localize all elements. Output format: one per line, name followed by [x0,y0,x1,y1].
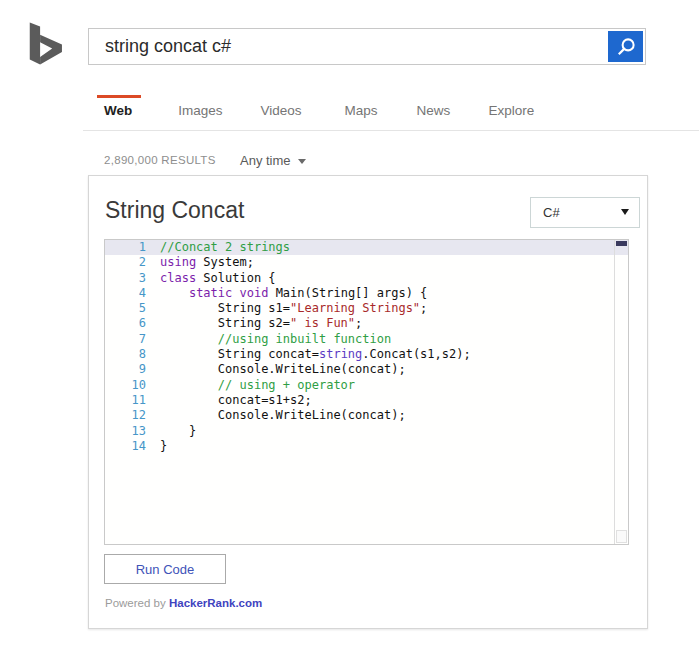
search-icon [615,36,637,58]
line-number: 6 [105,316,146,331]
code-line: 3class Solution { [105,271,628,286]
code-text: using System; [146,255,254,270]
code-text: class Solution { [146,271,276,286]
card-title: String Concat [105,197,244,224]
code-line: 1//Concat 2 strings [105,240,628,255]
code-line: 8 String concat=string.Concat(s1,s2); [105,347,628,362]
code-answer-card: String Concat C# 1//Concat 2 strings2usi… [88,175,648,629]
code-line: 2using System; [105,255,628,270]
tab-maps[interactable]: Maps [345,103,378,118]
line-number: 3 [105,271,146,286]
scrollbar-corner [616,530,627,543]
code-line: 9 Console.WriteLine(concat); [105,362,628,377]
line-number: 7 [105,332,146,347]
line-number: 5 [105,301,146,316]
code-line: 5 String s1="Learning Strings"; [105,301,628,316]
tabs-divider [83,130,699,131]
code-text: } [146,424,196,439]
line-number: 13 [105,424,146,439]
tab-explore[interactable]: Explore [488,103,534,118]
select-arrow-icon [621,209,629,215]
code-line: 7 //using inbuilt function [105,332,628,347]
line-number: 14 [105,439,146,454]
tab-web[interactable]: Web [104,103,132,118]
tabs: WebImagesVideosMapsNewsExplore [104,103,534,118]
line-number: 9 [105,362,146,377]
code-text: concat=s1+s2; [146,393,312,408]
code-line: 11 concat=s1+s2; [105,393,628,408]
hackerrank-link[interactable]: HackerRank.com [169,597,262,609]
code-text: //using inbuilt function [146,332,391,347]
scrollbar-thumb[interactable] [616,241,627,246]
line-number: 1 [105,240,146,255]
code-line: 13 } [105,424,628,439]
tab-images[interactable]: Images [178,103,222,118]
editor-scrollbar[interactable] [614,240,628,544]
line-number: 12 [105,408,146,423]
code-line: 6 String s2=" is Fun"; [105,316,628,331]
tab-videos[interactable]: Videos [261,103,302,118]
code-line: 12 Console.WriteLine(concat); [105,408,628,423]
line-number: 2 [105,255,146,270]
time-filter-dropdown[interactable]: Any time [240,153,306,168]
code-text: Console.WriteLine(concat); [146,408,406,423]
search-box [88,28,646,65]
powered-by: Powered by HackerRank.com [105,597,262,609]
powered-by-label: Powered by [105,597,166,609]
active-tab-indicator [97,95,141,98]
code-text: } [146,439,167,454]
line-number: 10 [105,378,146,393]
run-code-button[interactable]: Run Code [104,554,226,584]
code-text: static void Main(String[] args) { [146,286,427,301]
code-text: //Concat 2 strings [146,240,290,255]
chevron-down-icon [298,159,306,164]
code-line: 14} [105,439,628,454]
language-select[interactable]: C# [530,197,640,228]
code-editor[interactable]: 1//Concat 2 strings2using System;3class … [104,239,629,545]
code-text: // using + operator [146,378,355,393]
bing-logo-icon [28,22,66,68]
code-text: String s1="Learning Strings"; [146,301,427,316]
search-button[interactable] [608,31,643,62]
code-text: Console.WriteLine(concat); [146,362,406,377]
line-number: 11 [105,393,146,408]
tab-news[interactable]: News [417,103,451,118]
code-lines: 1//Concat 2 strings2using System;3class … [105,240,628,454]
code-line: 4 static void Main(String[] args) { [105,286,628,301]
bing-logo [28,22,66,68]
results-count: 2,890,000 RESULTS [104,154,216,166]
line-number: 4 [105,286,146,301]
code-text: String concat=string.Concat(s1,s2); [146,347,471,362]
line-number: 8 [105,347,146,362]
time-filter-label: Any time [240,153,291,168]
search-input[interactable] [89,29,605,64]
language-select-value: C# [543,205,560,220]
code-line: 10 // using + operator [105,378,628,393]
code-text: String s2=" is Fun"; [146,316,362,331]
